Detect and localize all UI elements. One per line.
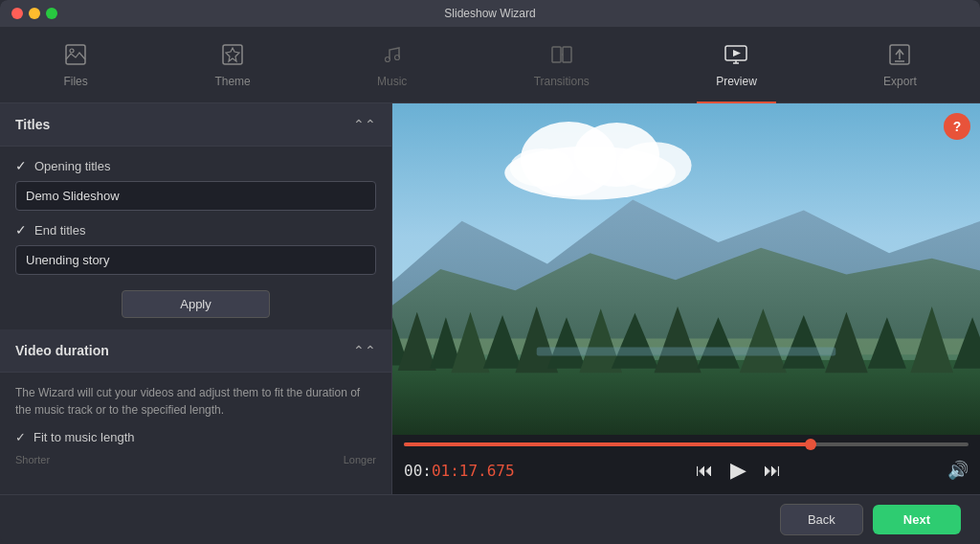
svg-point-1	[70, 49, 74, 53]
shorter-longer-labels: Shorter Longer	[15, 454, 376, 465]
transitions-icon	[549, 42, 574, 71]
nav-export[interactable]: Export	[864, 34, 936, 96]
end-titles-label: End titles	[34, 223, 85, 238]
left-panel: Titles ⌃⌃ ✓ Opening titles ✓ End titles …	[0, 103, 392, 494]
end-titles-check: ✓	[15, 222, 27, 238]
time-display: 00:01:17.675	[404, 462, 528, 480]
window-controls[interactable]	[11, 8, 57, 19]
svg-rect-6	[552, 47, 561, 62]
titles-section-title: Titles	[15, 117, 50, 132]
svg-point-21	[510, 148, 574, 187]
titlebar: Slideshow Wizard	[0, 0, 980, 27]
playback-buttons: ⏮ ▶ ⏭	[528, 454, 947, 487]
time-highlight: 01:17.675	[432, 462, 515, 480]
svg-rect-44	[537, 347, 836, 355]
end-title-input[interactable]	[15, 245, 376, 275]
help-icon: ?	[953, 119, 962, 134]
play-button[interactable]: ▶	[726, 454, 750, 487]
opening-titles-row: ✓ Opening titles	[15, 158, 376, 173]
skip-back-button[interactable]: ⏮	[692, 457, 717, 485]
svg-marker-3	[226, 48, 239, 61]
video-duration-title: Video duration	[15, 343, 109, 358]
end-titles-row: ✓ End titles	[15, 222, 376, 238]
shorter-label: Shorter	[15, 454, 50, 465]
fit-music-row: ✓ Fit to music length	[15, 430, 376, 444]
progress-bar-container[interactable]	[404, 442, 969, 446]
close-button[interactable]	[11, 8, 23, 19]
nav-files-label: Files	[63, 75, 87, 88]
preview-icon	[724, 42, 748, 71]
fit-music-label: Fit to music length	[33, 430, 135, 444]
top-navigation: Files Theme Music Transiti	[0, 27, 980, 103]
svg-point-20	[616, 142, 691, 189]
nav-transitions-label: Transitions	[534, 75, 590, 88]
time-static: 00:	[404, 462, 432, 480]
video-duration-description: The Wizard will cut your videos and adju…	[15, 384, 376, 419]
svg-marker-10	[733, 50, 741, 57]
nav-preview-label: Preview	[716, 75, 757, 88]
svg-rect-0	[66, 45, 85, 64]
export-icon	[887, 42, 912, 71]
maximize-button[interactable]	[46, 8, 57, 19]
opening-titles-check: ✓	[15, 158, 27, 173]
video-scene	[392, 103, 980, 435]
theme-icon	[220, 42, 245, 71]
longer-label: Longer	[344, 454, 376, 465]
nav-files[interactable]: Files	[44, 34, 107, 96]
titles-collapse-icon[interactable]: ⌃⌃	[353, 117, 376, 132]
titles-section-content: ✓ Opening titles ✓ End titles Apply	[0, 147, 391, 329]
controls-row: 00:01:17.675 ⏮ ▶ ⏭ 🔊	[404, 454, 969, 487]
bottom-bar: Back Next	[0, 494, 980, 544]
opening-titles-label: Opening titles	[34, 159, 111, 173]
video-duration-section: Video duration ⌃⌃ The Wizard will cut yo…	[0, 329, 391, 477]
progress-bar-fill	[404, 442, 811, 446]
nav-theme[interactable]: Theme	[195, 34, 269, 96]
svg-rect-7	[563, 47, 571, 62]
video-controls: 00:01:17.675 ⏮ ▶ ⏭ 🔊	[392, 435, 980, 494]
help-button[interactable]: ?	[944, 113, 970, 140]
opening-title-input[interactable]	[15, 181, 376, 211]
nav-export-label: Export	[883, 75, 917, 88]
nav-music[interactable]: Music	[358, 34, 426, 96]
apply-button[interactable]: Apply	[122, 290, 270, 318]
nav-theme-label: Theme	[214, 75, 250, 88]
video-duration-header: Video duration ⌃⌃	[0, 329, 391, 373]
video-container: ?	[392, 103, 980, 435]
fit-music-check: ✓	[15, 430, 26, 444]
files-icon	[63, 42, 88, 71]
right-panel: ? 00:01:17.675 ⏮ ▶ ⏭ 🔊	[392, 103, 980, 494]
minimize-button[interactable]	[29, 8, 40, 19]
main-content: Titles ⌃⌃ ✓ Opening titles ✓ End titles …	[0, 103, 980, 494]
music-icon	[380, 42, 405, 71]
nav-transitions[interactable]: Transitions	[515, 34, 609, 96]
skip-forward-button[interactable]: ⏭	[760, 457, 785, 485]
video-duration-content: The Wizard will cut your videos and adju…	[0, 373, 391, 477]
nav-preview[interactable]: Preview	[697, 34, 776, 96]
back-button[interactable]: Back	[780, 504, 863, 535]
progress-handle[interactable]	[805, 439, 816, 450]
volume-button[interactable]: 🔊	[947, 460, 969, 481]
nav-music-label: Music	[377, 75, 407, 88]
titles-section-header: Titles ⌃⌃	[0, 103, 391, 147]
next-button[interactable]: Next	[873, 505, 961, 534]
video-duration-collapse-icon[interactable]: ⌃⌃	[353, 343, 376, 358]
app-title: Slideshow Wizard	[444, 7, 535, 20]
